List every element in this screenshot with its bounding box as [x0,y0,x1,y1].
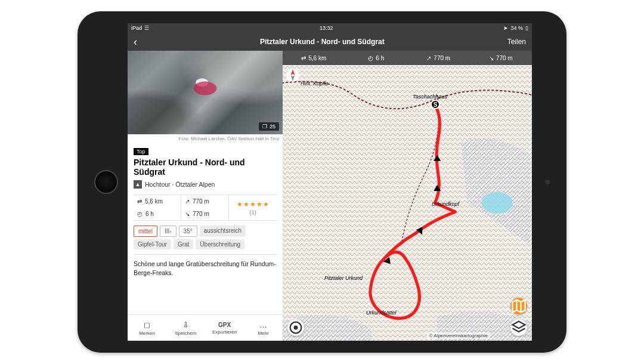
map-label-urkundkopf: Urkundkopf [432,201,459,207]
descent-icon: ↘ [185,211,190,217]
top-badge: Top [134,148,148,155]
export-label: Exportieren [212,329,237,335]
compass-button[interactable] [286,69,299,82]
save-label: Speichern [175,331,196,336]
tag-ridge[interactable]: Grat [174,239,193,249]
map-stats-bar[interactable]: ⇄5,6 km ◴6 h ↗770 m ↘770 m ⌄ [283,51,532,65]
tag-difficulty[interactable]: mittel [134,226,157,237]
battery-icon: ▯ [525,25,528,31]
start-marker[interactable]: S [431,100,440,109]
map-mode-button[interactable] [510,298,527,314]
detail-panel: ❐ 25 Foto: Michael Larcher, ÖAV Sektion … [128,51,283,341]
rating-count: (1) [250,209,256,215]
svg-marker-7 [291,69,295,75]
tour-description: Schöne und lange Gratüberschreitung für … [134,254,277,282]
svg-marker-11 [513,322,525,329]
tour-type: ▲ Hochtour · Ötztaler Alpen [134,180,277,189]
map-view[interactable]: Hint. Köpfle Taschachhaus Urkundkopf Pit… [283,65,532,341]
distance-value: 5,6 km [145,198,163,205]
download-icon: ⇩ [182,320,189,329]
screen: iPad ☰ 13:32 ➤ 34 % ▯ ‹ Pitztaler Urkund… [128,23,532,341]
tag-scenic[interactable]: aussichtsreich [200,226,246,237]
svg-point-2 [482,192,513,214]
back-button[interactable]: ‹ [134,36,137,47]
descent-value: 770 m [193,211,209,217]
map-ascent-icon: ↗ [426,55,431,61]
wifi-icon: ☰ [144,25,149,31]
share-button[interactable]: Teilen [507,38,526,46]
bookmark-icon: ◻ [144,320,150,329]
nav-bar: ‹ Pitztaler Urkund - Nord- und Südgrat T… [128,33,532,51]
stats-block: ⇄5,6 km ◴6 h ↗770 m ↘770 m ★★★★★ (1) [134,195,277,221]
front-camera [545,180,550,184]
duration-value: 6 h [145,211,154,217]
tags-row: mittel III- 35° aussichtsreich Gipfel-To… [134,221,277,254]
bookmark-label: Merken [139,331,155,336]
hero-image[interactable]: ❐ 25 [128,51,283,134]
ascent-value: 770 m [193,198,209,205]
tag-summit[interactable]: Gipfel-Tour [134,239,171,249]
device-label: iPad [131,25,142,31]
home-button[interactable] [94,170,118,194]
map-descent-icon: ↘ [489,55,494,61]
photo-credit: Foto: Michael Larcher, ÖAV Sektion Hall … [128,134,283,145]
rating-stars[interactable]: ★★★★★ [237,200,270,208]
tag-slope[interactable]: 35° [179,226,197,237]
map-label-urkundsattel: Urkundsattel [366,310,397,316]
map-label-pitztaler: Pitztaler Urkund [324,275,363,281]
map-descent: 770 m [496,55,513,61]
svg-point-10 [295,326,298,329]
battery-label: 34 % [510,25,523,31]
photo-counter-button[interactable]: ❐ 25 [259,122,279,131]
location-icon: ➤ [503,25,508,31]
map-ascent: 770 m [434,55,450,61]
photo-icon: ❐ [262,124,267,129]
save-button[interactable]: ⇩ Speichern [166,315,205,341]
export-button[interactable]: GPX Exportieren [205,315,244,341]
hochtour-icon: ▲ [134,180,142,189]
tag-grade[interactable]: III- [160,226,177,237]
locate-button[interactable] [287,319,304,336]
photo-count: 25 [270,124,275,129]
map-distance: 5,6 km [308,55,326,61]
map-label-taschachhaus: Taschachhaus [413,94,447,100]
gpx-label: GPX [218,322,231,328]
distance-icon: ⇄ [137,198,142,205]
map-duration: 6 h [376,55,384,61]
map-attribution: © Alpenvereinskartographie [427,332,490,339]
map-distance-icon: ⇄ [301,55,306,61]
bookmark-button[interactable]: ◻ Merken [128,315,166,341]
bottom-actions: ◻ Merken ⇩ Speichern GPX Exportieren … M… [128,314,283,341]
tag-traverse[interactable]: Überschreitung [196,239,244,249]
layers-button[interactable] [510,319,527,336]
more-label: Mehr [258,331,268,336]
map-duration-icon: ◴ [368,55,373,61]
more-button[interactable]: … Mehr [244,315,283,341]
tour-type-label: Hochtour · Ötztaler Alpen [145,181,215,188]
page-title: Pitztaler Urkund - Nord- und Südgrat [260,38,385,46]
tour-title: Pitztaler Urkund - Nord- und Südgrat [134,158,277,177]
duration-icon: ◴ [137,211,143,217]
more-icon: … [259,320,267,329]
map-panel: ⇄5,6 km ◴6 h ↗770 m ↘770 m ⌄ [283,51,532,341]
map-label-hint-koepfle: Hint. Köpfle [301,81,329,87]
tablet-frame: iPad ☰ 13:32 ➤ 34 % ▯ ‹ Pitztaler Urkund… [78,11,566,353]
ascent-icon: ↗ [185,198,190,205]
svg-marker-8 [291,75,295,81]
status-bar: iPad ☰ 13:32 ➤ 34 % ▯ [128,23,532,33]
clock: 13:32 [320,25,333,31]
